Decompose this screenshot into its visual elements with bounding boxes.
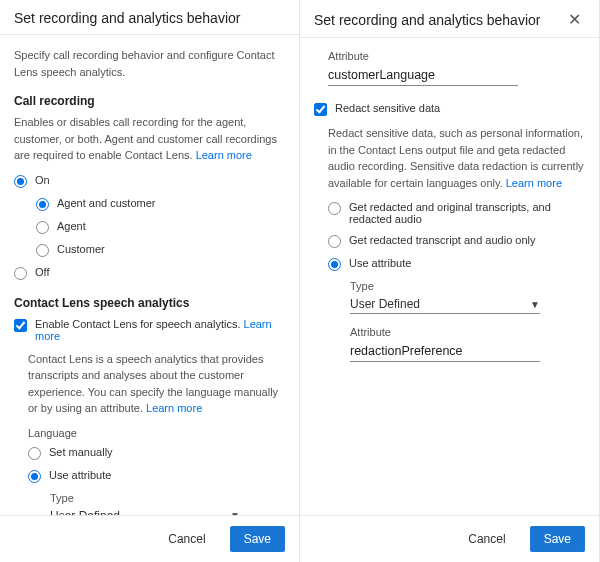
save-button[interactable]: Save [530,526,585,552]
recording-off-option[interactable]: Off [14,266,285,280]
radio-icon[interactable] [28,447,41,460]
save-button[interactable]: Save [230,526,285,552]
recording-agent-customer-option[interactable]: Agent and customer [36,197,285,211]
radio-icon[interactable] [328,235,341,248]
option-label: Get redacted and original transcripts, a… [349,201,585,225]
learn-more-link[interactable]: Learn more [146,402,202,414]
intro-text: Specify call recording behavior and conf… [14,47,285,80]
panel-header: Set recording and analytics behavior [0,0,299,35]
panel-body[interactable]: Attribute Redact sensitive data Redact s… [300,38,599,515]
cls-title: Contact Lens speech analytics [14,296,285,310]
chevron-down-icon: ▼ [530,299,540,310]
language-attribute-option[interactable]: Use attribute [28,469,285,483]
redact-opt1[interactable]: Get redacted and original transcripts, a… [328,201,585,225]
option-label: Agent [57,220,86,232]
select-value: User Defined [350,297,420,311]
learn-more-link[interactable]: Learn more [196,149,252,161]
radio-icon[interactable] [14,267,27,280]
attr2-label: Attribute [350,326,585,338]
option-label: Off [35,266,49,278]
close-icon[interactable]: ✕ [564,10,585,29]
panel-body[interactable]: Specify call recording behavior and conf… [0,35,299,515]
checkbox-icon[interactable] [14,319,27,332]
radio-icon[interactable] [36,198,49,211]
radio-icon[interactable] [36,221,49,234]
learn-more-link[interactable]: Learn more [506,177,562,189]
recording-on-option[interactable]: On [14,174,285,188]
option-label: On [35,174,50,186]
select-value: User Defined [50,509,120,516]
type-label: Type [50,492,285,504]
panel-title: Set recording and analytics behavior [14,10,240,26]
redact-opt2[interactable]: Get redacted transcript and audio only [328,234,585,248]
attribute-input[interactable] [328,65,518,86]
type-select[interactable]: User Defined ▼ [50,507,240,516]
radio-icon[interactable] [14,175,27,188]
attribute-label: Attribute [328,50,585,62]
panel-footer: Cancel Save [0,515,299,562]
option-label: Enable Contact Lens for speech analytics… [35,318,285,342]
option-label: Agent and customer [57,197,155,209]
redact-option[interactable]: Redact sensitive data [314,102,585,116]
radio-icon[interactable] [328,202,341,215]
checkbox-icon[interactable] [314,103,327,116]
radio-icon[interactable] [36,244,49,257]
cancel-button[interactable]: Cancel [454,526,519,552]
option-label: Set manually [49,446,113,458]
type-label: Type [350,280,585,292]
recording-agent-option[interactable]: Agent [36,220,285,234]
option-label: Redact sensitive data [335,102,440,114]
redact-desc: Redact sensitive data, such as personal … [328,125,585,191]
cancel-button[interactable]: Cancel [154,526,219,552]
type-select[interactable]: User Defined ▼ [350,295,540,314]
option-label: Get redacted transcript and audio only [349,234,536,246]
option-label: Use attribute [349,257,411,269]
recording-customer-option[interactable]: Customer [36,243,285,257]
left-panel: Set recording and analytics behavior Spe… [0,0,300,562]
option-label: Customer [57,243,105,255]
chevron-down-icon: ▼ [230,510,240,515]
right-panel: Set recording and analytics behavior ✕ A… [300,0,600,562]
panel-footer: Cancel Save [300,515,599,562]
panel-header: Set recording and analytics behavior ✕ [300,0,599,38]
language-manual-option[interactable]: Set manually [28,446,285,460]
call-recording-desc: Enables or disables call recording for t… [14,114,285,164]
cls-desc: Contact Lens is a speech analytics that … [28,351,285,417]
enable-cls-option[interactable]: Enable Contact Lens for speech analytics… [14,318,285,342]
option-label: Use attribute [49,469,111,481]
panel-title: Set recording and analytics behavior [314,12,540,28]
language-label: Language [28,427,285,439]
attr2-input[interactable] [350,341,540,362]
call-recording-title: Call recording [14,94,285,108]
redact-opt3[interactable]: Use attribute [328,257,585,271]
radio-icon[interactable] [328,258,341,271]
radio-icon[interactable] [28,470,41,483]
